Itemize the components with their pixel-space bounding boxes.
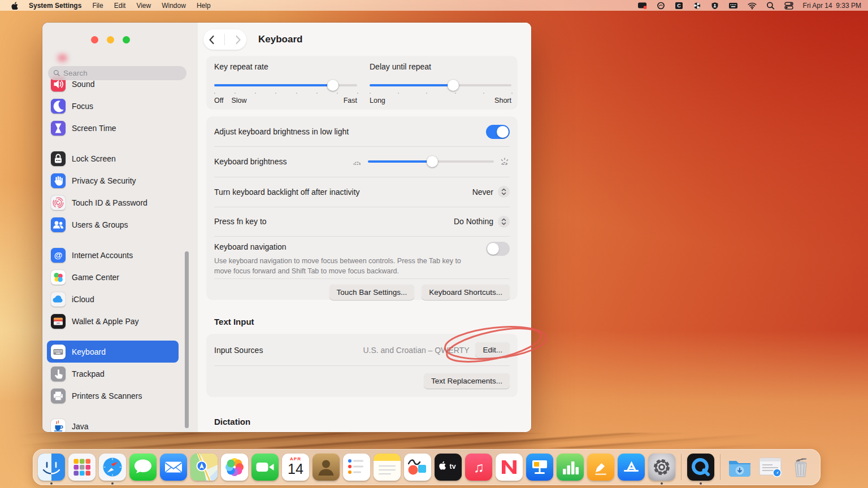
sidebar-item-focus[interactable]: Focus (47, 95, 179, 117)
keyboard-icon (51, 345, 66, 359)
forward-button[interactable] (235, 35, 241, 45)
pages-icon (587, 454, 614, 481)
fingerprint-icon (51, 195, 66, 210)
keyboard-navigation-toggle[interactable] (486, 242, 510, 256)
slider-knob[interactable] (327, 80, 338, 91)
pinwheel-shield-icon[interactable] (693, 2, 701, 10)
key-repeat-rate-slider[interactable] (214, 80, 357, 91)
sidebar-item-keyboard[interactable]: Keyboard (47, 341, 179, 363)
dock-item-appstore[interactable] (618, 449, 645, 485)
desktop: System Settings FileEditViewWindowHelp C… (0, 0, 868, 488)
search-input[interactable]: Search (48, 66, 186, 80)
dock-item-news[interactable] (496, 449, 523, 485)
dock-item-freeform[interactable] (404, 449, 431, 485)
messages-icon (129, 454, 157, 481)
dock-item-messages[interactable] (129, 449, 157, 485)
keyboard-viewer-icon[interactable] (728, 2, 738, 10)
dock-item-notes[interactable] (374, 449, 401, 485)
dock-item-trash[interactable] (787, 449, 814, 485)
menubar-menu-help[interactable]: Help (197, 2, 211, 10)
keyboard-shortcuts-button[interactable]: Keyboard Shortcuts... (422, 285, 510, 300)
delay-until-repeat-slider[interactable] (370, 80, 511, 91)
window-close-button[interactable] (91, 36, 98, 43)
sidebar-item-privacy-security[interactable]: Privacy & Security (47, 169, 179, 191)
dock-item-quicktime[interactable] (687, 449, 714, 485)
sidebar-list: SoundFocusScreen TimeLock ScreenPrivacy … (47, 73, 179, 432)
sidebar-item-label: Lock Screen (72, 154, 116, 163)
window-zoom-button[interactable] (123, 36, 130, 43)
dock-item-reminders[interactable] (343, 449, 370, 485)
dock-item-finder[interactable] (38, 449, 65, 485)
dock-item-safari[interactable] (99, 449, 126, 485)
dock-item-downloads[interactable] (726, 449, 753, 485)
sidebar-item-users-groups[interactable]: Users & Groups (47, 213, 179, 236)
control-center-icon[interactable] (784, 2, 793, 10)
menubar-app-name[interactable]: System Settings (29, 2, 81, 10)
svg-text:C: C (677, 3, 681, 8)
apple-menu-icon[interactable] (11, 1, 18, 10)
creative-cloud-icon[interactable] (657, 2, 665, 10)
dock-item-music[interactable]: ♫ (465, 449, 492, 485)
dock-item-keynote[interactable] (526, 449, 553, 485)
sidebar-item-wallet-apple-pay[interactable]: Wallet & Apple Pay (47, 310, 179, 332)
dock-item-photos[interactable] (221, 449, 248, 485)
fn-key-popup[interactable]: Do Nothing (454, 216, 510, 228)
calendar-icon: APR14 (282, 454, 309, 481)
text-replacements-button[interactable]: Text Replacements... (424, 373, 510, 389)
adjust-brightness-toggle[interactable] (486, 125, 510, 139)
sidebar: SoundFocusScreen TimeLock ScreenPrivacy … (42, 23, 198, 432)
dock-item-calendar[interactable]: APR14 (282, 449, 309, 485)
window-minimize-button[interactable] (107, 36, 114, 43)
dock-item-facetime[interactable] (251, 449, 279, 485)
sidebar-item-lock-screen[interactable]: Lock Screen (47, 147, 179, 169)
slider-knob[interactable] (427, 156, 438, 167)
delay-long-label: Long (370, 97, 385, 104)
touch-bar-settings-button[interactable]: Touch Bar Settings... (329, 285, 415, 300)
menubar-menu-file[interactable]: File (92, 2, 103, 10)
svg-text:tv: tv (450, 463, 456, 470)
slider-knob[interactable] (448, 80, 459, 91)
facetime-icon (251, 454, 279, 481)
spotlight-search-icon[interactable] (766, 2, 775, 10)
dock-item-pages[interactable] (587, 449, 614, 485)
sidebar-item-screen-time[interactable]: Screen Time (47, 117, 179, 139)
sidebar-item-icloud[interactable]: iCloud (47, 288, 179, 310)
sidebar-item-internet-accounts[interactable]: @Internet Accounts (47, 244, 179, 266)
menubar-clock[interactable]: Fri Apr 14 9:33 PM (803, 2, 861, 10)
appletv-icon: tv (435, 454, 462, 481)
sidebar-item-java[interactable]: Java (47, 415, 179, 432)
contrast-square-icon[interactable]: C (675, 2, 683, 10)
keyboard-brightness-slider[interactable] (368, 156, 494, 167)
dock-item-system-settings[interactable] (648, 449, 675, 485)
row-adjust-brightness: Adjust keyboard brightness in low light (207, 117, 517, 146)
sidebar-item-game-center[interactable]: Game Center (47, 266, 179, 288)
contacts-icon (313, 454, 340, 481)
dock-item-launchpad[interactable] (68, 449, 96, 485)
dock-item-minimized-window[interactable] (757, 449, 784, 485)
sidebar-item-touch-id-password[interactable]: Touch ID & Password (47, 191, 179, 213)
backlight-off-popup[interactable]: Never (472, 186, 510, 198)
dock-item-contacts[interactable] (313, 449, 340, 485)
menubar-menu-window[interactable]: Window (162, 2, 186, 10)
sidebar-scrollbar[interactable] (185, 251, 189, 428)
wifi-icon[interactable] (748, 2, 757, 10)
display-recording-icon[interactable] (637, 2, 647, 10)
search-icon (53, 69, 60, 77)
sidebar-item-trackpad[interactable]: Trackpad (47, 363, 179, 385)
row-keyboard-navigation: Keyboard navigation Use keyboard navigat… (207, 236, 517, 272)
edit-input-sources-button[interactable]: Edit... (475, 342, 510, 358)
keyboard-settings-card: Adjust keyboard brightness in low light … (207, 117, 517, 299)
moon-icon (51, 99, 66, 114)
menubar-menu-edit[interactable]: Edit (114, 2, 126, 10)
row-text-replacements: Text Replacements... (207, 365, 517, 396)
dock-item-maps[interactable] (190, 449, 218, 485)
dock-item-mail[interactable] (160, 449, 187, 485)
menubar-menu-view[interactable]: View (136, 2, 151, 10)
sidebar-item-printers-scanners[interactable]: Printers & Scanners (47, 385, 179, 407)
row-card-buttons: Touch Bar Settings... Keyboard Shortcuts… (207, 278, 517, 306)
dock-item-appletv[interactable]: tv (435, 449, 462, 485)
privacy-shield-icon[interactable] (711, 2, 719, 10)
back-button[interactable] (209, 35, 215, 45)
dock-item-numbers[interactable] (557, 449, 584, 485)
trackpad-icon (51, 367, 66, 381)
